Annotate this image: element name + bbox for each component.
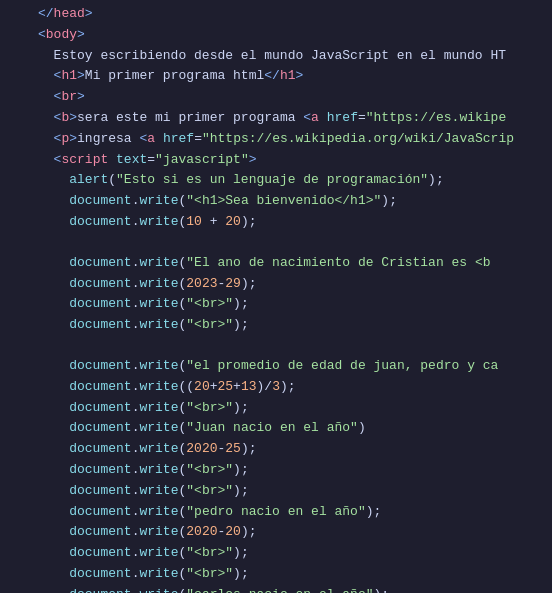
code-line: document.write(2020-20); <box>0 522 552 543</box>
code-line: document.write("<br>"); <box>0 398 552 419</box>
code-line <box>0 336 552 356</box>
code-line: <h1>Mi primer programa html</h1> <box>0 66 552 87</box>
code-line: <p>ingresa <a href="https://es.wikipedia… <box>0 129 552 150</box>
code-line: <script text="javascript"> <box>0 150 552 171</box>
code-line: document.write("carlos nacio en el año")… <box>0 585 552 593</box>
code-line: <b>sera este mi primer programa <a href=… <box>0 108 552 129</box>
code-line: document.write("<h1>Sea bienvenido</h1>"… <box>0 191 552 212</box>
code-line: document.write("<br>"); <box>0 564 552 585</box>
code-line: document.write("<br>"); <box>0 294 552 315</box>
code-line: Estoy escribiendo desde el mundo JavaScr… <box>0 46 552 67</box>
code-line <box>0 233 552 253</box>
code-line: alert("Esto si es un lenguaje de program… <box>0 170 552 191</box>
code-line: document.write(2023-29); <box>0 274 552 295</box>
code-line: document.write("el promedio de edad de j… <box>0 356 552 377</box>
code-line: document.write("Juan nacio en el año") <box>0 418 552 439</box>
code-line: document.write(10 + 20); <box>0 212 552 233</box>
code-line: document.write("<br>"); <box>0 315 552 336</box>
code-line: document.write(2020-25); <box>0 439 552 460</box>
code-line: <body> <box>0 25 552 46</box>
code-line: document.write((20+25+13)/3); <box>0 377 552 398</box>
code-line: document.write("El ano de nacimiento de … <box>0 253 552 274</box>
code-line: document.write("<br>"); <box>0 460 552 481</box>
code-editor: </head><body> Estoy escribiendo desde el… <box>0 0 552 593</box>
code-line: document.write("<br>"); <box>0 481 552 502</box>
code-line: document.write("<br>"); <box>0 543 552 564</box>
code-line: </head> <box>0 4 552 25</box>
code-line: document.write("pedro nacio en el año"); <box>0 502 552 523</box>
code-line: <br> <box>0 87 552 108</box>
